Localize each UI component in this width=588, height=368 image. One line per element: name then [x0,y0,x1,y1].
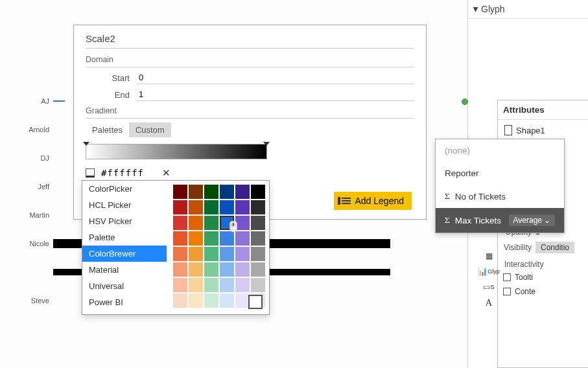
field-none[interactable]: (none) [436,139,564,162]
color-swatch[interactable] [189,200,203,214]
color-swatch[interactable] [235,247,250,261]
text-tool-icon[interactable]: A [482,297,496,308]
color-swatch[interactable] [220,293,234,308]
glyph-handle[interactable] [462,98,468,105]
picker-type-list: ColorPicker HCL Picker HSV Picker Palett… [82,181,167,310]
color-swatch[interactable] [251,278,265,292]
shape-icon [504,125,512,135]
color-swatch[interactable] [235,293,250,308]
hex-input[interactable] [100,167,158,179]
color-swatch[interactable] [220,247,234,261]
color-swatch[interactable] [204,293,218,308]
add-legend-label: Add Legend [355,196,404,206]
picker-item-powerbi[interactable]: Power BI [82,294,167,310]
y-label: Jeff [0,183,53,190]
color-swatch[interactable] [204,185,218,199]
color-swatch[interactable] [173,216,187,230]
color-swatch[interactable] [220,200,234,214]
color-swatch[interactable] [189,293,203,308]
color-swatch[interactable] [251,185,265,199]
tab-palettes[interactable]: Palettes [86,122,129,137]
sigma-icon: Σ [445,191,450,201]
color-swatch[interactable] [204,262,218,277]
start-input[interactable] [136,71,414,84]
end-input[interactable] [136,88,414,101]
color-swatch[interactable] [251,200,265,214]
picker-item-colorpicker[interactable]: ColorPicker [82,181,167,197]
tab-custom[interactable]: Custom [129,122,171,137]
color-swatch[interactable] [204,231,218,246]
add-legend-button[interactable]: Add Legend [334,192,412,210]
checkbox[interactable] [503,288,511,295]
aggregation-dropdown[interactable]: Average⌄ [509,214,555,226]
color-swatch[interactable] [204,278,218,292]
end-label: End [86,90,130,100]
color-swatch[interactable] [251,231,265,246]
color-swatch[interactable] [173,247,187,261]
picker-item-palette[interactable]: Palette [82,229,167,246]
none-swatch[interactable] [248,295,263,309]
color-swatch[interactable] [204,216,218,230]
clear-icon[interactable]: ✕ [158,167,174,179]
checkbox[interactable] [503,273,511,281]
y-label: DJ [0,154,53,162]
color-swatch[interactable] [189,185,203,199]
color-swatch[interactable] [235,185,250,199]
interactivity-section: Interactivity [502,256,584,270]
color-swatch[interactable] [204,200,218,214]
color-swatch[interactable] [220,262,234,277]
color-swatch[interactable] [173,200,187,214]
dialog-title: Scale2 [86,33,414,49]
color-swatch[interactable] [173,185,187,199]
color-swatch[interactable] [235,278,250,292]
visibility-button[interactable]: Conditio [535,242,574,253]
picker-item-material[interactable]: Material [82,262,167,278]
picker-item-colorbrewer[interactable]: ColorBrewer [82,246,167,262]
shape-row[interactable]: Shape1 [498,120,588,141]
color-swatch[interactable] [189,278,203,292]
color-swatch[interactable] [173,231,187,246]
start-label: Start [86,73,130,83]
color-swatch[interactable] [220,216,234,230]
color-swatch[interactable] [235,231,250,246]
grid-icon[interactable]: ▦ [482,250,496,262]
swatch-grid [173,185,269,308]
field-reporter[interactable]: Reporter [436,162,564,185]
color-swatch[interactable] [189,231,203,246]
mini-icon-stack: ▦ 📊Glyp ▭S A [482,250,496,308]
y-label: Martin [0,211,53,219]
color-swatch[interactable] [189,216,203,230]
color-swatch[interactable] [173,293,187,308]
y-label: Nicole [0,240,53,247]
glyph-icon[interactable]: 📊Glyp [482,266,496,277]
glyph-header[interactable]: ▶Glyph [468,0,588,19]
color-swatch[interactable] [173,262,187,277]
color-swatch[interactable] [189,262,203,277]
color-swatch[interactable] [251,247,265,261]
color-swatch[interactable] [220,278,234,292]
color-swatch[interactable] [189,247,203,261]
gradient-bar[interactable] [86,144,267,159]
rect-icon[interactable]: ▭S [482,281,496,293]
domain-section: Domain [86,55,414,67]
color-swatch[interactable] [204,247,218,261]
y-label: Arnold [0,126,53,133]
picker-item-universal[interactable]: Universal [82,278,167,294]
field-no-tickets[interactable]: ΣNo of Tickets [436,185,564,208]
color-swatch[interactable] [235,216,250,230]
color-swatch[interactable] [251,262,265,277]
color-swatch[interactable] [220,185,234,199]
hex-swatch[interactable] [86,168,95,178]
gradient-handle-right[interactable] [263,142,270,146]
field-max-tickets[interactable]: ΣMax Tickets Average⌄ [436,208,564,233]
color-swatch[interactable] [235,200,250,214]
color-swatch[interactable] [251,216,265,230]
picker-item-hcl[interactable]: HCL Picker [82,197,167,213]
gradient-handle-left[interactable] [83,142,89,146]
picker-item-hsv[interactable]: HSV Picker [82,213,167,229]
color-swatch[interactable] [235,262,250,277]
color-swatch[interactable] [220,231,234,246]
color-swatch[interactable] [173,278,187,292]
y-label: Steve [0,297,53,305]
field-binding-popup: (none) Reporter ΣNo of Tickets ΣMax Tick… [435,139,565,233]
